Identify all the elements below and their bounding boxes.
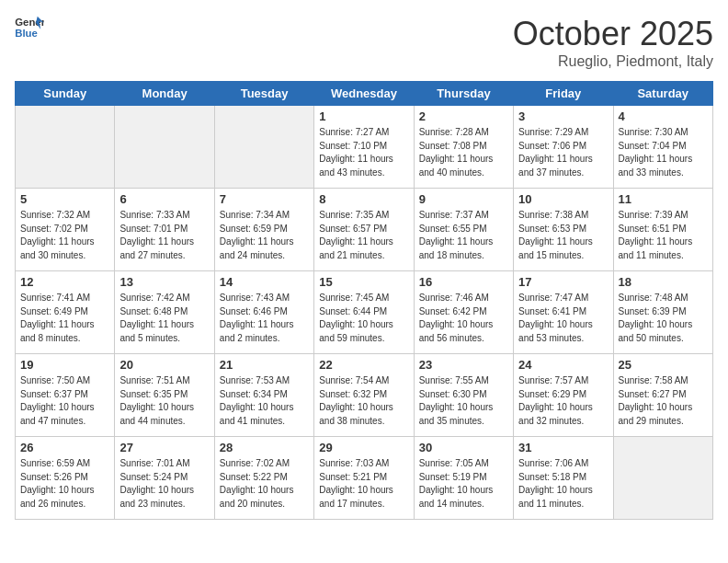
day-header-tuesday: Tuesday [214,82,313,106]
calendar-cell: 2Sunrise: 7:28 AMSunset: 7:08 PMDaylight… [414,106,513,189]
day-number: 28 [220,441,309,454]
calendar-cell: 23Sunrise: 7:55 AMSunset: 6:30 PMDayligh… [414,354,513,437]
day-info: Sunrise: 7:54 AMSunset: 6:32 PMDaylight:… [319,374,408,428]
svg-text:Blue: Blue [15,28,38,39]
calendar-cell: 19Sunrise: 7:50 AMSunset: 6:37 PMDayligh… [16,354,115,437]
calendar-cell [613,437,712,520]
calendar-table: SundayMondayTuesdayWednesdayThursdayFrid… [15,81,713,520]
calendar-cell [214,106,313,189]
day-header-sunday: Sunday [16,82,115,106]
day-number: 10 [518,192,608,206]
calendar-cell: 13Sunrise: 7:42 AMSunset: 6:48 PMDayligh… [115,271,214,354]
day-number: 24 [518,358,608,372]
calendar-cell: 24Sunrise: 7:57 AMSunset: 6:29 PMDayligh… [514,354,613,437]
day-header-monday: Monday [115,82,214,106]
day-headers-row: SundayMondayTuesdayWednesdayThursdayFrid… [16,82,713,106]
calendar-cell: 12Sunrise: 7:41 AMSunset: 6:49 PMDayligh… [16,271,115,354]
calendar-cell: 11Sunrise: 7:39 AMSunset: 6:51 PMDayligh… [613,189,712,271]
logo: General Blue [15,15,44,40]
day-info: Sunrise: 7:34 AMSunset: 6:59 PMDaylight:… [220,209,309,262]
calendar-cell: 9Sunrise: 7:37 AMSunset: 6:55 PMDaylight… [414,189,513,271]
day-number: 13 [119,275,209,289]
day-info: Sunrise: 7:46 AMSunset: 6:42 PMDaylight:… [419,292,508,345]
day-info: Sunrise: 7:48 AMSunset: 6:39 PMDaylight:… [619,292,708,345]
day-info: Sunrise: 7:33 AMSunset: 7:01 PMDaylight:… [119,209,209,262]
page-header: General Blue October 2025 Rueglio, Piedm… [15,15,713,70]
day-number: 8 [319,192,408,206]
day-number: 4 [619,109,708,123]
calendar-cell [115,106,214,189]
day-header-saturday: Saturday [613,82,712,106]
calendar-cell: 10Sunrise: 7:38 AMSunset: 6:53 PMDayligh… [514,189,613,271]
day-number: 20 [119,358,209,372]
day-number: 25 [619,358,708,372]
calendar-cell: 15Sunrise: 7:45 AMSunset: 6:44 PMDayligh… [314,271,414,354]
calendar-cell: 3Sunrise: 7:29 AMSunset: 7:06 PMDaylight… [514,106,613,189]
day-number: 23 [419,358,508,372]
day-info: Sunrise: 7:57 AMSunset: 6:29 PMDaylight:… [518,374,608,428]
calendar-cell: 20Sunrise: 7:51 AMSunset: 6:35 PMDayligh… [115,354,214,437]
calendar-cell: 28Sunrise: 7:02 AMSunset: 5:22 PMDayligh… [214,437,313,520]
day-info: Sunrise: 7:29 AMSunset: 7:06 PMDaylight:… [518,126,608,179]
calendar-cell: 26Sunrise: 6:59 AMSunset: 5:26 PMDayligh… [16,437,115,520]
day-number: 27 [119,441,209,454]
day-number: 2 [419,109,508,123]
day-number: 30 [419,441,508,454]
calendar-cell: 25Sunrise: 7:58 AMSunset: 6:27 PMDayligh… [613,354,712,437]
day-number: 21 [220,358,309,372]
day-info: Sunrise: 7:50 AMSunset: 6:37 PMDaylight:… [20,374,109,428]
day-info: Sunrise: 7:27 AMSunset: 7:10 PMDaylight:… [319,126,408,179]
calendar-cell: 31Sunrise: 7:06 AMSunset: 5:18 PMDayligh… [514,437,613,520]
day-header-thursday: Thursday [414,82,513,106]
day-number: 15 [319,275,408,289]
day-info: Sunrise: 7:30 AMSunset: 7:04 PMDaylight:… [619,126,708,179]
calendar-cell: 4Sunrise: 7:30 AMSunset: 7:04 PMDaylight… [613,106,712,189]
day-number: 18 [619,275,708,289]
day-number: 9 [419,192,508,206]
day-info: Sunrise: 7:55 AMSunset: 6:30 PMDaylight:… [419,374,508,428]
calendar-cell: 6Sunrise: 7:33 AMSunset: 7:01 PMDaylight… [115,189,214,271]
calendar-cell: 8Sunrise: 7:35 AMSunset: 6:57 PMDaylight… [314,189,414,271]
day-number: 14 [220,275,309,289]
day-info: Sunrise: 7:58 AMSunset: 6:27 PMDaylight:… [619,374,708,428]
day-number: 12 [20,275,109,289]
day-info: Sunrise: 7:39 AMSunset: 6:51 PMDaylight:… [619,209,708,262]
day-info: Sunrise: 7:01 AMSunset: 5:24 PMDaylight:… [119,457,209,511]
calendar-cell [16,106,115,189]
calendar-cell: 22Sunrise: 7:54 AMSunset: 6:32 PMDayligh… [314,354,414,437]
day-number: 26 [20,441,109,454]
calendar-cell: 18Sunrise: 7:48 AMSunset: 6:39 PMDayligh… [613,271,712,354]
day-info: Sunrise: 7:32 AMSunset: 7:02 PMDaylight:… [20,209,109,262]
calendar-week-row: 26Sunrise: 6:59 AMSunset: 5:26 PMDayligh… [16,437,713,520]
calendar-week-row: 19Sunrise: 7:50 AMSunset: 6:37 PMDayligh… [16,354,713,437]
day-number: 29 [319,441,408,454]
location: Rueglio, Piedmont, Italy [513,53,713,70]
day-number: 16 [419,275,508,289]
day-info: Sunrise: 7:38 AMSunset: 6:53 PMDaylight:… [518,209,608,262]
day-info: Sunrise: 7:47 AMSunset: 6:41 PMDaylight:… [518,292,608,345]
day-number: 19 [20,358,109,372]
day-number: 7 [220,192,309,206]
calendar-cell: 16Sunrise: 7:46 AMSunset: 6:42 PMDayligh… [414,271,513,354]
day-number: 6 [119,192,209,206]
day-header-friday: Friday [514,82,613,106]
calendar-cell: 21Sunrise: 7:53 AMSunset: 6:34 PMDayligh… [214,354,313,437]
day-info: Sunrise: 7:51 AMSunset: 6:35 PMDaylight:… [119,374,209,428]
day-info: Sunrise: 7:41 AMSunset: 6:49 PMDaylight:… [20,292,109,345]
day-number: 11 [619,192,708,206]
day-info: Sunrise: 7:43 AMSunset: 6:46 PMDaylight:… [220,292,309,345]
calendar-cell: 5Sunrise: 7:32 AMSunset: 7:02 PMDaylight… [16,189,115,271]
calendar-cell: 14Sunrise: 7:43 AMSunset: 6:46 PMDayligh… [214,271,313,354]
day-info: Sunrise: 7:28 AMSunset: 7:08 PMDaylight:… [419,126,508,179]
day-number: 3 [518,109,608,123]
day-info: Sunrise: 7:03 AMSunset: 5:21 PMDaylight:… [319,457,408,511]
month-title: October 2025 [513,15,713,53]
calendar-cell: 30Sunrise: 7:05 AMSunset: 5:19 PMDayligh… [414,437,513,520]
day-info: Sunrise: 6:59 AMSunset: 5:26 PMDaylight:… [20,457,109,511]
day-number: 1 [319,109,408,123]
day-number: 31 [518,441,608,454]
day-number: 22 [319,358,408,372]
calendar-week-row: 5Sunrise: 7:32 AMSunset: 7:02 PMDaylight… [16,189,713,271]
calendar-cell: 1Sunrise: 7:27 AMSunset: 7:10 PMDaylight… [314,106,414,189]
calendar-cell: 17Sunrise: 7:47 AMSunset: 6:41 PMDayligh… [514,271,613,354]
